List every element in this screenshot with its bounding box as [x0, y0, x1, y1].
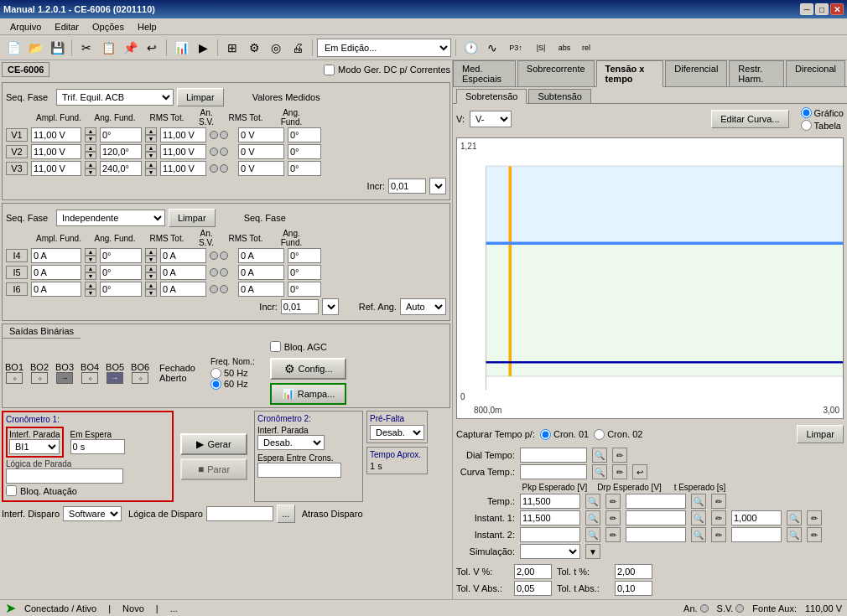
curva-temp-input[interactable] — [520, 464, 587, 479]
instant2-t-edit[interactable]: ✏ — [807, 527, 822, 542]
v3-ang-spin[interactable]: ▲▼ — [145, 161, 157, 176]
sub-tab-subtensao[interactable]: Subtensão — [528, 89, 591, 103]
i6-ang-input[interactable] — [100, 282, 142, 297]
curva-search-icon[interactable]: 🔍 — [592, 464, 607, 479]
v2-ang2-input[interactable] — [288, 144, 321, 159]
tab-direcional[interactable]: Direcional — [786, 60, 845, 86]
v1-ang2-input[interactable] — [288, 127, 321, 142]
i6-rms2-input[interactable] — [238, 282, 284, 297]
i5-ang-input[interactable] — [100, 265, 142, 280]
instant1-pkp-search[interactable]: 🔍 — [585, 510, 600, 525]
p3-button[interactable]: P3↑ — [504, 39, 527, 57]
undo-button[interactable]: ↩ — [142, 39, 162, 57]
temp-drp-search[interactable]: 🔍 — [691, 494, 706, 509]
dial-search-icon[interactable]: 🔍 — [592, 448, 607, 463]
temp-pkp-edit[interactable]: ✏ — [605, 494, 621, 509]
tabela-radio[interactable]: Tabela — [801, 120, 844, 131]
tol-t-input[interactable] — [615, 564, 652, 579]
pf-combo[interactable]: Desab. — [370, 425, 424, 440]
v3-ang2-input[interactable] — [288, 161, 321, 176]
save-button[interactable]: 💾 — [47, 39, 67, 57]
ref-ang-combo[interactable]: Auto — [400, 298, 446, 315]
cron01-radio[interactable]: Cron. 01 — [540, 429, 589, 440]
tab-sobrecorrente[interactable]: Sobrecorrente — [517, 60, 595, 86]
instant2-pkp-search[interactable]: 🔍 — [585, 527, 600, 542]
volt-seq-combo[interactable]: Trif. Equil. ACB — [56, 89, 174, 106]
i4-rms-input[interactable] — [160, 248, 206, 263]
temp-pkp-input[interactable] — [520, 494, 580, 509]
cut-button[interactable]: ✂ — [76, 39, 96, 57]
freq-60hz-radio[interactable]: 60 Hz — [210, 379, 255, 390]
bo2-switch[interactable]: ⬦ — [31, 372, 48, 384]
tab-diferencial[interactable]: Diferencial — [665, 60, 727, 86]
i5-ampl-spin[interactable]: ▲▼ — [85, 265, 96, 280]
v1-ampl-spin[interactable]: ▲▼ — [85, 127, 96, 142]
temp-drp-input[interactable] — [626, 494, 686, 509]
clock-button[interactable]: 🕐 — [460, 39, 481, 57]
v3-ampl-spin[interactable]: ▲▼ — [85, 161, 96, 176]
i4-ang-spin[interactable]: ▲▼ — [145, 248, 157, 263]
curr-incr-input[interactable] — [281, 299, 319, 314]
volt-incr-input[interactable] — [388, 179, 426, 194]
i5-ampl-input[interactable] — [31, 265, 81, 280]
i4-ang2-input[interactable] — [288, 248, 321, 263]
editar-curva-button[interactable]: Editar Curva... — [711, 110, 788, 128]
i6-ang-spin[interactable]: ▲▼ — [145, 282, 157, 297]
v1-ang-spin[interactable]: ▲▼ — [145, 127, 157, 142]
i4-rms2-input[interactable] — [238, 248, 284, 263]
instant2-pkp-edit[interactable]: ✏ — [605, 527, 621, 542]
rampa-button[interactable]: 📊 Rampa... — [270, 383, 347, 405]
minimize-button[interactable]: ─ — [800, 3, 813, 15]
cron1-interf-combo[interactable]: BI1 — [9, 439, 60, 454]
cron1-logica-input[interactable] — [6, 468, 123, 484]
cron1-bloq-checkbox[interactable] — [6, 485, 17, 496]
parar-button[interactable]: ■ Parar — [180, 458, 247, 480]
i4-ang-input[interactable] — [100, 248, 142, 263]
tab-tensao-tempo[interactable]: Tensão x tempo — [596, 60, 664, 87]
i6-rms-input[interactable] — [160, 282, 206, 297]
cron02-radio[interactable]: Cron. 02 — [594, 429, 642, 440]
signal-button[interactable]: |S| — [529, 39, 553, 57]
v2-rms-input[interactable] — [160, 144, 206, 159]
copy-button[interactable]: 📋 — [98, 39, 118, 57]
instant1-t-search[interactable]: 🔍 — [787, 510, 802, 525]
instant1-drp-search[interactable]: 🔍 — [691, 510, 706, 525]
tab-restr-harm[interactable]: Restr. Harm. — [729, 60, 784, 86]
i4-ampl-spin[interactable]: ▲▼ — [85, 248, 96, 263]
i6-ampl-input[interactable] — [31, 282, 81, 297]
tol-v-input[interactable] — [514, 564, 552, 579]
curva-undo-icon[interactable]: ↩ — [632, 464, 647, 479]
cron1-espera-input[interactable] — [70, 439, 125, 454]
paste-button[interactable]: 📌 — [120, 39, 140, 57]
freq-50hz-input[interactable] — [210, 368, 221, 379]
saidas-tab[interactable]: Saídas Binárias — [3, 324, 81, 339]
simulacao-combo[interactable] — [520, 544, 580, 559]
wave-button[interactable]: ∿ — [482, 39, 502, 57]
rel-button[interactable]: rel — [576, 39, 596, 57]
instant2-drp-search[interactable]: 🔍 — [691, 527, 706, 542]
tol-t-abs-input[interactable] — [615, 581, 652, 596]
instant1-t-edit[interactable]: ✏ — [807, 510, 822, 525]
logica-disparo-btn[interactable]: ... — [277, 505, 295, 523]
v1-rms2-input[interactable] — [238, 127, 284, 142]
open-button[interactable]: 📂 — [25, 39, 45, 57]
v2-ampl-input[interactable] — [31, 144, 81, 159]
abs-button[interactable]: abs — [554, 39, 574, 57]
maximize-button[interactable]: □ — [815, 3, 829, 15]
i6-ang2-input[interactable] — [288, 282, 321, 297]
menu-arquivo[interactable]: Arquivo — [3, 20, 48, 34]
print-button[interactable]: 🖨 — [288, 39, 308, 57]
i4-ampl-input[interactable] — [31, 248, 81, 263]
v1-rms-input[interactable] — [160, 127, 206, 142]
bo5-switch[interactable]: → — [107, 372, 123, 384]
grid-button[interactable]: ⊞ — [222, 39, 242, 57]
temp-pkp-search[interactable]: 🔍 — [585, 494, 600, 509]
instant1-t-input[interactable] — [731, 510, 782, 525]
simulacao-expand[interactable]: ▼ — [585, 544, 600, 559]
v3-ampl-input[interactable] — [31, 161, 81, 176]
instant1-pkp-edit[interactable]: ✏ — [605, 510, 621, 525]
instant1-drp-input[interactable] — [626, 510, 686, 525]
volt-incr-combo[interactable]: ▼ — [429, 178, 446, 194]
target-button[interactable]: ◎ — [266, 39, 286, 57]
instant2-t-input[interactable] — [731, 527, 782, 542]
